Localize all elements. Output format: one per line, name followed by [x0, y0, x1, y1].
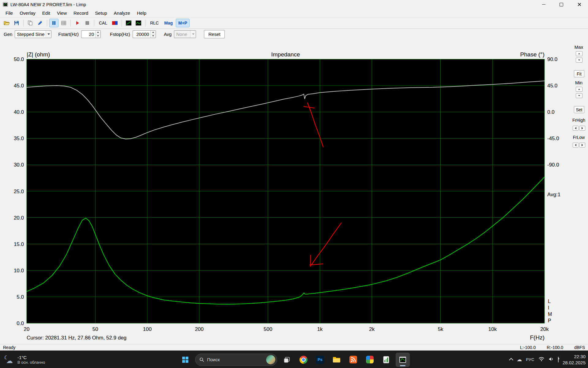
battery-button[interactable] [558, 357, 559, 362]
fstop-input[interactable]: 20000 [133, 30, 156, 38]
clock-widget[interactable]: 22:30 28.02.2025 [563, 354, 586, 366]
calc-app-button[interactable] [379, 353, 393, 366]
record-start-button[interactable] [73, 19, 82, 27]
copy-button[interactable] [26, 19, 35, 27]
y-left-tick: 20.0 [14, 215, 24, 221]
windows-logo-icon [182, 356, 189, 363]
search-box[interactable]: Поиск [195, 354, 277, 366]
save-file-button[interactable] [12, 19, 21, 27]
frhigh-decrease-button[interactable] [573, 126, 579, 131]
y-left-tick: 50.0 [14, 56, 24, 62]
chart-work-area: |Z| (ohm)ImpedancePhase (°)50.045.040.03… [0, 39, 588, 344]
limp-app-button[interactable] [396, 353, 409, 366]
tray-overflow-button[interactable] [510, 358, 513, 362]
minimize-button[interactable] [535, 0, 552, 9]
open-file-button[interactable] [2, 19, 11, 27]
min-up-button[interactable] [576, 87, 582, 92]
search-highlight-image[interactable] [266, 355, 275, 364]
impedance-curve-button[interactable] [134, 19, 143, 27]
y-right-tick: 45.0 [547, 83, 557, 89]
frhigh-increase-button[interactable] [579, 126, 585, 131]
x-axis-title: F(Hz) [530, 334, 545, 341]
record-stop-button[interactable] [83, 19, 92, 27]
overlay-pen-button[interactable] [36, 19, 45, 27]
frlow-increase-button[interactable] [579, 143, 585, 148]
down-arrow-icon [578, 59, 580, 61]
avg-select[interactable]: None [174, 30, 196, 38]
y-left-tick: 25.0 [14, 189, 24, 194]
menu-overlay[interactable]: Overlay [16, 10, 39, 17]
menu-file[interactable]: File [2, 10, 16, 17]
avg-count-display: Avg:1 [547, 192, 560, 197]
spreadsheet-icon [383, 356, 390, 363]
impedance-line-button[interactable] [124, 19, 133, 27]
frlow-decrease-button[interactable] [573, 143, 579, 148]
speaker-icon [548, 357, 554, 362]
generator-select[interactable]: Stepped Sine [15, 30, 51, 38]
cursor-readout: Cursor: 20281.31 Hz, 27.86 Ohm, 52.9 deg [27, 335, 126, 341]
fstart-spinner[interactable] [95, 31, 100, 38]
reset-button[interactable]: Reset [204, 30, 224, 38]
chevron-up-icon [509, 358, 513, 362]
x-tick: 20k [540, 326, 549, 332]
max-up-button[interactable] [576, 51, 582, 56]
x-tick: 2k [369, 326, 375, 332]
x-tick: 5k [438, 326, 443, 332]
y-right-tick: -45.0 [547, 136, 559, 141]
down-arrow-icon [578, 95, 580, 96]
level-unit: dBFS [574, 345, 585, 350]
chevron-down-icon [190, 31, 196, 38]
folder-icon [333, 356, 341, 363]
magnitude-button[interactable]: Mag [162, 19, 175, 27]
frhigh-label: FrHigh [569, 118, 588, 123]
magnitude-phase-button[interactable]: M+P [176, 19, 190, 27]
fstart-input[interactable]: 20 [81, 30, 101, 38]
rlc-button[interactable]: RLC [148, 19, 161, 27]
photoshop-app-button[interactable]: Ps [313, 353, 327, 366]
channels-button[interactable] [110, 19, 119, 27]
fstart-value: 20 [81, 31, 95, 38]
menu-analyze[interactable]: Analyze [111, 10, 134, 17]
min-down-button[interactable] [576, 93, 582, 98]
menu-help[interactable]: Help [134, 10, 150, 17]
table-view-button[interactable] [59, 19, 68, 27]
search-placeholder: Поиск [207, 357, 263, 362]
up-arrow-icon [578, 89, 580, 90]
y-left-tick: 30.0 [14, 162, 24, 168]
taskbar-center: Поиск Ps [179, 353, 409, 366]
calibrate-button[interactable]: CAL [96, 19, 110, 27]
wifi-button[interactable] [538, 357, 545, 363]
window-title: LW-80A4 NEW 2 PRORET.lim - Limp [10, 2, 86, 7]
menu-edit[interactable]: Edit [39, 10, 54, 17]
pause-button[interactable] [49, 19, 58, 27]
fstop-spinner[interactable] [150, 31, 156, 38]
task-view-button[interactable] [280, 353, 294, 366]
menu-setup[interactable]: Setup [92, 10, 110, 17]
title-bar: LW-80A4 NEW 2 PRORET.lim - Limp [0, 0, 588, 9]
stop-icon [85, 21, 89, 25]
weather-widget[interactable]: ☾☁ -1°C В осн. облачно [4, 355, 45, 365]
maximize-button[interactable] [552, 0, 570, 9]
y-left-tick: 15.0 [14, 241, 24, 247]
volume-button[interactable] [548, 357, 554, 363]
start-button[interactable] [179, 353, 192, 366]
max-down-button[interactable] [576, 58, 582, 63]
onedrive-cloud-icon[interactable]: ☁ [517, 356, 522, 363]
feed-app-button[interactable] [346, 353, 360, 366]
impedance-plot[interactable]: |Z| (ohm)ImpedancePhase (°)50.045.040.03… [0, 39, 588, 344]
chart-title: Impedance [271, 51, 300, 58]
fit-button[interactable]: Fit [574, 70, 584, 77]
app-icon [3, 2, 8, 7]
fstop-value: 20000 [133, 31, 150, 38]
close-button[interactable] [570, 0, 588, 9]
menu-view[interactable]: View [54, 10, 70, 17]
set-button[interactable]: Set [574, 106, 584, 113]
colorful-app-button[interactable] [363, 353, 376, 366]
chrome-app-button[interactable] [297, 353, 310, 366]
language-indicator[interactable]: РУС [526, 357, 534, 362]
x-tick: 500 [264, 326, 272, 332]
file-explorer-button[interactable] [330, 353, 343, 366]
chrome-icon [300, 356, 307, 364]
diagonal-line-icon [126, 21, 131, 25]
menu-record[interactable]: Record [70, 10, 92, 17]
